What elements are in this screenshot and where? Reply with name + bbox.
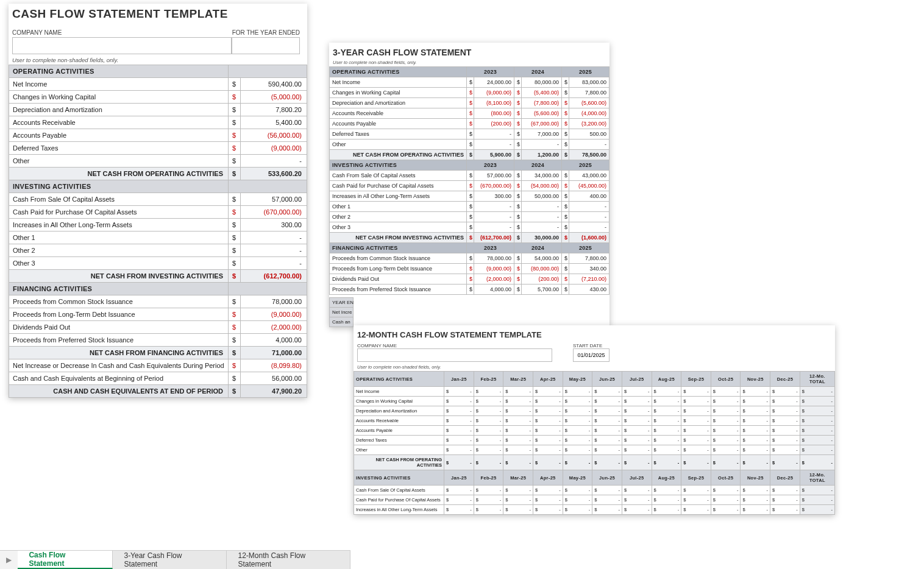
p3-company-input[interactable]: [357, 348, 552, 362]
row-value[interactable]: $-: [503, 406, 533, 416]
row-value[interactable]: 5,400.00: [241, 116, 307, 129]
row-value[interactable]: $-: [563, 397, 592, 406]
row-value[interactable]: $-: [592, 397, 622, 406]
row-value[interactable]: -: [241, 244, 307, 257]
row-value[interactable]: (670,000.00): [241, 206, 307, 219]
row-value[interactable]: -: [241, 155, 307, 168]
row-value[interactable]: (200.00): [522, 274, 562, 284]
row-value[interactable]: (67,000.00): [522, 119, 562, 129]
row-value[interactable]: $-: [770, 397, 800, 406]
row-value[interactable]: (5,000.00): [241, 91, 307, 104]
row-value[interactable]: $-: [622, 445, 652, 455]
row-value[interactable]: $-: [592, 505, 622, 515]
row-value[interactable]: $-: [622, 397, 652, 406]
row-value[interactable]: $-: [444, 397, 474, 406]
row-value[interactable]: $-: [711, 445, 741, 455]
row-value[interactable]: -: [569, 202, 609, 212]
row-value[interactable]: $-: [592, 426, 622, 436]
row-value[interactable]: 54,000.00: [522, 253, 562, 264]
row-value[interactable]: $-: [533, 416, 563, 426]
row-value[interactable]: (4,000.00): [569, 108, 609, 119]
row-value[interactable]: 340.00: [569, 264, 609, 274]
row-value[interactable]: $-: [563, 387, 592, 397]
row-value[interactable]: $-: [711, 397, 741, 406]
row-value[interactable]: (5,600.00): [569, 98, 609, 108]
row-value[interactable]: (5,400.00): [522, 88, 562, 98]
row-value[interactable]: (7,800.00): [522, 98, 562, 108]
row-value[interactable]: $-: [474, 436, 503, 445]
row-value[interactable]: $-: [711, 436, 741, 445]
row-value[interactable]: $-: [474, 387, 503, 397]
row-value[interactable]: (45,000.00): [569, 181, 609, 191]
row-value[interactable]: $-: [711, 426, 741, 436]
row-value[interactable]: $-: [474, 486, 503, 495]
row-value[interactable]: $-: [770, 426, 800, 436]
row-value[interactable]: $-: [592, 406, 622, 416]
row-value[interactable]: $-: [681, 426, 711, 436]
row-value[interactable]: 400.00: [569, 191, 609, 202]
row-value[interactable]: -: [569, 140, 609, 150]
row-value[interactable]: $-: [622, 416, 652, 426]
row-value[interactable]: -: [569, 212, 609, 222]
row-value[interactable]: $-: [741, 397, 770, 406]
row-value[interactable]: $-: [474, 505, 503, 515]
row-value[interactable]: $-: [711, 416, 741, 426]
row-value[interactable]: -: [522, 222, 562, 233]
row-value[interactable]: 24,000.00: [474, 77, 514, 88]
row-value[interactable]: $-: [652, 505, 681, 515]
row-value[interactable]: 78,000.00: [474, 253, 514, 264]
row-value[interactable]: $-: [770, 406, 800, 416]
row-value[interactable]: 78,000.00: [241, 295, 307, 308]
row-value[interactable]: $-: [652, 445, 681, 455]
row-value[interactable]: -: [474, 140, 514, 150]
row-value[interactable]: 80,000.00: [522, 77, 562, 88]
row-value[interactable]: $-: [444, 495, 474, 505]
row-value[interactable]: $-: [652, 397, 681, 406]
row-value[interactable]: $-: [533, 387, 563, 397]
row-value[interactable]: $-: [503, 436, 533, 445]
year-input[interactable]: [232, 37, 300, 54]
row-value[interactable]: 50,000.00: [522, 191, 562, 202]
row-value[interactable]: $-: [503, 495, 533, 505]
row-value[interactable]: (200.00): [474, 119, 514, 129]
row-value[interactable]: $-: [474, 406, 503, 416]
row-value[interactable]: $-: [474, 495, 503, 505]
row-value[interactable]: $-: [652, 426, 681, 436]
row-value[interactable]: $-: [652, 406, 681, 416]
row-value[interactable]: $-: [444, 505, 474, 515]
row-value[interactable]: 430.00: [569, 284, 609, 295]
row-value[interactable]: $-: [681, 387, 711, 397]
row-value[interactable]: (9,000.00): [474, 264, 514, 274]
row-value[interactable]: $-: [533, 445, 563, 455]
row-value[interactable]: 7,800.20: [241, 104, 307, 116]
row-value[interactable]: $-: [563, 505, 592, 515]
row-value[interactable]: $-: [622, 505, 652, 515]
row-value[interactable]: (8,100.00): [474, 98, 514, 108]
row-value[interactable]: $-: [444, 445, 474, 455]
row-value[interactable]: 57,000.00: [241, 193, 307, 206]
row-value[interactable]: $-: [622, 486, 652, 495]
row-value[interactable]: $-: [711, 505, 741, 515]
row-value[interactable]: $-: [533, 436, 563, 445]
tab-arrow-right-icon[interactable]: ▶: [0, 551, 18, 569]
row-value[interactable]: $-: [711, 387, 741, 397]
row-value[interactable]: $-: [503, 426, 533, 436]
row-value[interactable]: -: [474, 212, 514, 222]
row-value[interactable]: $-: [652, 495, 681, 505]
row-value[interactable]: $-: [622, 426, 652, 436]
row-value[interactable]: 57,000.00: [474, 171, 514, 181]
row-value[interactable]: $-: [592, 445, 622, 455]
row-value[interactable]: (5,600.00): [522, 108, 562, 119]
row-value[interactable]: $-: [592, 495, 622, 505]
row-value[interactable]: $-: [770, 387, 800, 397]
row-value[interactable]: (670,000.00): [474, 181, 514, 191]
row-value[interactable]: $-: [652, 436, 681, 445]
row-value[interactable]: (9,000.00): [241, 308, 307, 321]
row-value[interactable]: -: [522, 212, 562, 222]
row-value[interactable]: $-: [741, 426, 770, 436]
row-value[interactable]: $-: [444, 426, 474, 436]
row-value[interactable]: $-: [563, 406, 592, 416]
row-value[interactable]: 34,000.00: [522, 171, 562, 181]
row-value[interactable]: 4,000.00: [474, 284, 514, 295]
row-value[interactable]: $-: [503, 445, 533, 455]
